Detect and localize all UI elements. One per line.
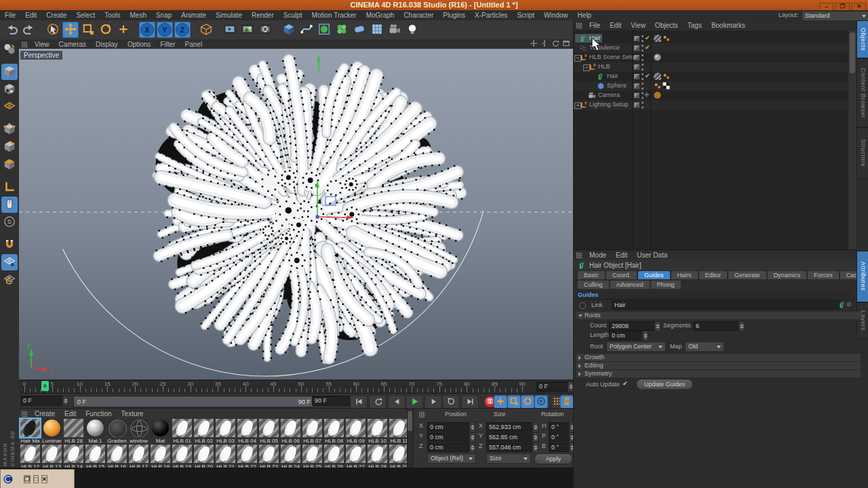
auto-update-checkbox[interactable]: ✔ [623,380,628,387]
checker-tag-icon[interactable] [663,82,670,89]
toolbar-render-view[interactable] [222,22,238,38]
toolbar-add-deformer[interactable] [351,22,368,38]
material-item[interactable]: HLB 19 [172,444,193,470]
material-item[interactable]: HLB 20 [193,444,214,470]
material-item[interactable]: HLB 28 [63,418,84,444]
material-menu-create[interactable]: Create [30,409,60,419]
main-menu-tools[interactable]: Tools [100,10,125,20]
material-item[interactable]: HLB 04 [237,418,258,444]
leftbar-axis-mode[interactable] [1,179,18,195]
coords-pos-spinner[interactable] [469,432,475,443]
main-menu-snap[interactable]: Snap [151,10,176,20]
zoom-icon[interactable] [540,39,549,49]
leftbar-make-editable[interactable] [1,41,18,58]
toolbar-lock-x[interactable]: X [139,22,155,38]
toolbar-add-light[interactable] [404,22,420,38]
material-item[interactable]: HLB 17 [128,444,149,470]
minimized-window-bar[interactable]: ❐□✕ [0,469,75,488]
frame-range-slider[interactable]: 0 F 90 F [73,396,315,407]
viewport-menu-options[interactable]: Options [123,39,155,49]
tree-enabled-check[interactable]: ✔ [645,73,650,79]
tree-row-turbulence[interactable]: Turbulence✔ [574,43,856,53]
main-menu-mograph[interactable]: MoGraph [361,10,399,20]
rotate-view-icon[interactable] [551,39,559,49]
coords-position-field[interactable]: 0 cm [427,422,471,432]
tree-row-hair[interactable]: Hair✔ [574,72,856,81]
section-fold-symmetry[interactable]: Symmetry [576,370,861,378]
material-item[interactable]: HLB 15 [85,444,106,470]
main-menu-character[interactable]: Character [399,10,438,20]
transport-play[interactable] [406,395,423,409]
object-manager-scroll-thumb[interactable] [850,33,855,73]
tree-layer-box[interactable] [634,74,639,79]
transport-key-position[interactable] [494,395,507,409]
material-item[interactable]: HLB 10 [367,418,388,444]
leftbar-texture-mode[interactable] [1,81,18,98]
tree-visibility-dots[interactable] [642,83,644,89]
attribute-tab-guides[interactable]: Guides [638,271,670,279]
toolbar-rotate[interactable] [98,22,114,38]
material-item[interactable]: HLB 23 [258,444,279,470]
om-menu-tags[interactable]: Tags [683,20,707,30]
toolbar-live-selection[interactable] [45,22,61,38]
link-radio[interactable] [579,302,586,309]
coords-pos-spinner[interactable] [469,422,475,432]
graysphere-tag-icon[interactable] [654,54,661,61]
transport-goto-end[interactable] [461,395,479,409]
viewport-menu-filter[interactable]: Filter [155,39,180,49]
om-menu-edit[interactable]: Edit [605,20,626,30]
transport-goto-start[interactable] [350,395,368,409]
leftbar-snap-enable[interactable] [1,237,18,253]
tree-layer-box[interactable] [634,55,639,60]
tree-visibility-dots[interactable] [642,73,644,80]
attribute-tab-hairs[interactable]: Hairs [671,271,698,279]
side-tab-objects[interactable]: Objects [856,20,868,58]
main-menu-help[interactable]: Help [573,10,597,20]
side-tab-attributes[interactable]: Attributes [856,251,868,302]
toggle-view-icon[interactable] [561,39,570,49]
length-field-spinner[interactable] [642,331,648,341]
leftbar-edges-mode[interactable] [1,139,18,155]
om-grid-handle[interactable] [576,22,583,28]
map-dropdown[interactable]: Old [685,342,724,352]
viewport-menu-panel[interactable]: Panel [180,39,208,49]
coords-pos-spinner[interactable] [469,443,475,453]
segments-field[interactable]: 6 [693,321,739,331]
main-menu-render[interactable]: Render [247,10,279,20]
restore-icon[interactable]: ❐ [24,475,31,483]
material-item[interactable]: HLB 14 [63,444,84,470]
material-item[interactable]: HLB 12 [20,444,41,470]
toolbar-render-settings[interactable] [257,22,273,38]
tree-row-hlb[interactable]: −0HLB [574,62,856,72]
main-menu-file[interactable]: File [0,10,20,20]
transport-key-presets[interactable] [560,395,574,409]
perspective-viewport[interactable] [19,49,573,380]
coords-size-field[interactable]: 557.046 cm [486,443,534,452]
attribute-tab-dynamics[interactable]: Dynamics [768,271,807,279]
coords-size-spinner[interactable] [532,443,538,453]
section-fold-growth[interactable]: Growth [576,354,861,362]
attribute-tab-basic[interactable]: Basic [578,271,605,279]
material-item[interactable]: Mat.1 [85,418,106,444]
title-bar[interactable]: CINEMA 4D R16.038 Studio (R16) - [Untitl… [0,0,868,10]
material-item[interactable]: HLB 26 [323,444,344,470]
coords-size-dropdown[interactable]: Size [486,453,531,464]
material-item[interactable]: HLB 24 [280,444,301,470]
leftbar-model-mode[interactable] [1,64,18,80]
stripes-tag-icon[interactable] [654,35,661,42]
coords-grid-handle[interactable] [419,411,425,418]
tree-visibility-dots[interactable] [642,102,644,108]
main-menu-create[interactable]: Create [41,10,71,20]
coords-apply-button[interactable]: Apply [534,453,572,464]
viewport-menu-cameras[interactable]: Cameras [54,39,92,49]
side-tab-layers[interactable]: Layers [856,302,868,339]
coords-size-spinner[interactable] [532,422,538,432]
attribute-tab-editor[interactable]: Editor [699,271,728,279]
leftbar-workplane-rotate[interactable] [1,272,18,288]
hairdots-tag-icon[interactable] [663,73,670,80]
leftbar-workplane-mode[interactable] [1,99,18,115]
main-menu-sculpt[interactable]: Sculpt [279,10,307,20]
tree-layer-box[interactable] [634,64,639,70]
material-menu-edit[interactable]: Edit [60,409,81,419]
leftbar-workplane-snap[interactable]: e [1,254,18,270]
